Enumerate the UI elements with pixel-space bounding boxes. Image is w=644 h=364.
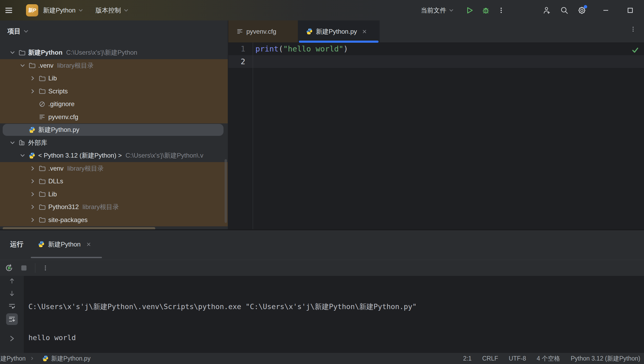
more-actions-kebab[interactable]: [495, 5, 507, 16]
python-file-icon: [28, 126, 35, 133]
tab-pyvenv-cfg[interactable]: pyvenv.cfg: [228, 20, 298, 42]
main-menu-button[interactable]: [4, 6, 13, 15]
project-panel-header[interactable]: 项目: [7, 27, 29, 36]
console-icon-gutter: [0, 276, 24, 354]
folder-icon: [38, 88, 45, 95]
close-icon[interactable]: [86, 242, 91, 247]
search-everywhere-button[interactable]: [559, 5, 570, 16]
tab-options-kebab[interactable]: [630, 26, 637, 33]
caret-position[interactable]: 2:1: [463, 355, 472, 362]
folder-icon: [18, 49, 25, 56]
encoding[interactable]: UTF-8: [509, 355, 526, 362]
console-output[interactable]: C:\Users\x's'j\新建Python\.venv\Scripts\py…: [28, 281, 639, 364]
title-bar: 新P 新建Python 版本控制 当前文件: [0, 0, 644, 21]
chevron-right-icon[interactable]: [29, 178, 36, 185]
folder-icon: [28, 62, 35, 69]
chevron-right-icon: [30, 356, 34, 361]
maximize-button[interactable]: [624, 5, 636, 16]
breadcrumb[interactable]: 建Python 新建Python.py: [1, 354, 91, 363]
run-console[interactable]: C:\Users\x's'j\新建Python\.venv\Scripts\py…: [0, 276, 644, 354]
tab-main-py[interactable]: 新建Python.py: [298, 20, 380, 42]
editor-area: pyvenv.cfg 新建Python.py 1 print("hello wo…: [228, 20, 644, 229]
console-line: C:\Users\x's'j\新建Python\.venv\Scripts\py…: [28, 301, 639, 312]
run-button[interactable]: [463, 5, 475, 16]
code-with-me-button[interactable]: [541, 5, 553, 16]
tree-item-pyvenv-cfg[interactable]: pyvenv.cfg: [0, 111, 228, 124]
close-icon[interactable]: [362, 29, 367, 34]
indent-setting[interactable]: 4 个空格: [537, 354, 560, 363]
tree-item-external-libraries[interactable]: 外部库: [0, 136, 228, 149]
selection-highlight: [3, 124, 224, 136]
interpreter[interactable]: Python 3.12 (新建Python): [571, 354, 640, 363]
tree-item-lib-2[interactable]: Lib: [0, 188, 228, 201]
folder-icon: [38, 203, 45, 210]
chevron-down-icon[interactable]: [19, 62, 26, 69]
python-file-icon: [38, 241, 45, 248]
chevron-right-icon[interactable]: [29, 216, 36, 223]
soft-wrap-icon[interactable]: [6, 300, 18, 312]
code-token-string: "hello world": [283, 44, 344, 53]
line-number: 1: [228, 44, 253, 53]
run-toolbar: [0, 260, 644, 276]
project-switcher[interactable]: 新建Python: [43, 6, 83, 15]
code-token-print: print: [255, 44, 278, 53]
tree-item-python312[interactable]: Python312 library根目录: [0, 201, 228, 214]
run-configuration-selector[interactable]: 当前文件: [421, 6, 454, 15]
project-badge[interactable]: 新P: [26, 4, 38, 16]
code-line-1[interactable]: 1 print("hello world"): [228, 42, 644, 55]
editor-tab-bar: pyvenv.cfg 新建Python.py: [228, 20, 644, 43]
ignored-file-icon: [38, 101, 45, 107]
rerun-button[interactable]: [3, 262, 15, 274]
chevron-right-icon[interactable]: [29, 88, 36, 95]
scroll-to-end-icon[interactable]: [6, 313, 18, 325]
folder-icon: [38, 165, 45, 172]
code-line-2-caret[interactable]: 2: [228, 55, 644, 68]
chevron-down-icon: [123, 8, 129, 13]
stop-button[interactable]: [18, 262, 30, 274]
tree-item-venv-2[interactable]: .venv library根目录: [0, 162, 228, 175]
line-number: 2: [228, 57, 253, 66]
chevron-down-icon[interactable]: [9, 49, 16, 56]
tree-item-gitignore[interactable]: .gitignore: [0, 98, 228, 111]
chevron-down-icon[interactable]: [9, 139, 16, 146]
tree-item-site-packages[interactable]: site-packages: [0, 214, 228, 227]
code-editor[interactable]: 1 print("hello world") 2: [228, 42, 644, 229]
run-tab[interactable]: 新建Python: [31, 230, 98, 258]
chevron-down-icon[interactable]: [19, 152, 26, 159]
console-prompt-chevron-icon[interactable]: [6, 333, 18, 344]
pycharm-window: 新P 新建Python 版本控制 当前文件: [0, 0, 644, 364]
run-panel-title[interactable]: 运行: [10, 240, 23, 249]
settings-gear-button[interactable]: [576, 5, 588, 16]
toolbar-separator: [35, 263, 35, 273]
tree-item-dlls[interactable]: DLLs: [0, 175, 228, 188]
folder-icon: [38, 191, 45, 198]
tree-item-scripts[interactable]: Scripts: [0, 85, 228, 98]
console-line: hello world: [28, 332, 639, 343]
run-tab-indicator: [31, 257, 102, 258]
notification-dot: [584, 5, 587, 8]
folder-icon: [38, 75, 45, 82]
down-stacktrace-icon[interactable]: [6, 288, 18, 299]
inspection-ok-check-icon[interactable]: [631, 46, 639, 54]
minimize-button[interactable]: [600, 5, 612, 16]
line-ending[interactable]: CRLF: [482, 355, 498, 362]
chevron-right-icon[interactable]: [29, 191, 36, 198]
library-icon: [18, 139, 25, 146]
chevron-right-icon[interactable]: [29, 165, 36, 172]
run-options-kebab[interactable]: [40, 262, 51, 274]
chevron-down-icon: [449, 8, 454, 13]
up-stacktrace-icon[interactable]: [6, 275, 18, 287]
debug-button[interactable]: [480, 5, 492, 16]
vcs-menu[interactable]: 版本控制: [96, 6, 129, 15]
tree-item-venv[interactable]: .venv library根目录: [0, 59, 228, 72]
tree-item-project-root[interactable]: 新建Python C:\Users\x's'j\新建Python: [0, 46, 228, 59]
chevron-down-icon: [78, 8, 83, 13]
tree-item-main-py-selected[interactable]: 新建Python.py: [0, 123, 228, 136]
project-vertical-scrollbar[interactable]: [225, 159, 227, 223]
chevron-right-icon[interactable]: [29, 203, 36, 210]
run-tool-window: 运行 新建Python: [0, 229, 644, 354]
tree-item-interpreter[interactable]: < Python 3.12 (新建Python) > C:\Users\x's'…: [0, 149, 228, 162]
tree-item-lib[interactable]: Lib: [0, 72, 228, 85]
chevron-right-icon[interactable]: [29, 75, 36, 82]
config-file-icon: [38, 114, 45, 120]
